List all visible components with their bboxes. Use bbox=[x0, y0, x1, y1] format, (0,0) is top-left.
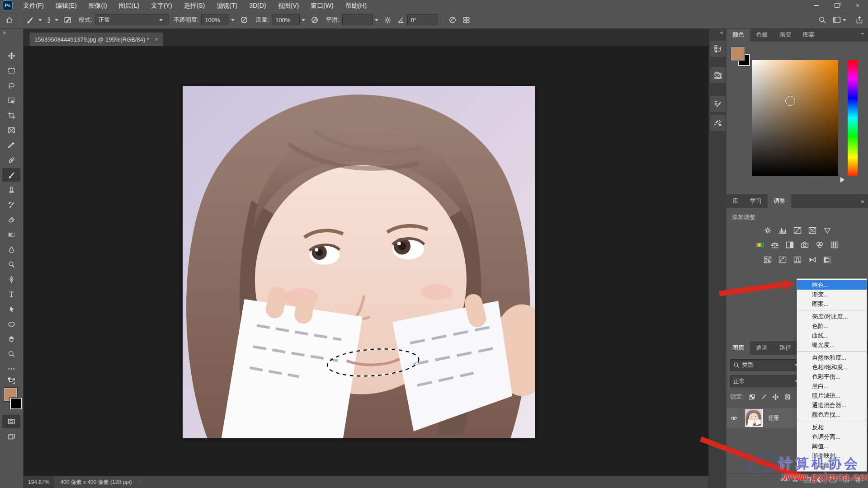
context-menu-item[interactable]: 反相 bbox=[797, 422, 867, 432]
color-marker[interactable] bbox=[785, 96, 795, 106]
context-menu-item[interactable]: 曝光度... bbox=[797, 340, 867, 350]
saturation-brightness-field[interactable] bbox=[752, 60, 838, 176]
status-chevron-icon[interactable]: 〉 bbox=[139, 479, 144, 486]
panel-tab[interactable]: 通道 bbox=[750, 341, 774, 355]
shape-tool[interactable] bbox=[2, 317, 20, 331]
eyedropper-tool[interactable] bbox=[2, 138, 20, 152]
panel-tab[interactable]: 色板 bbox=[750, 28, 774, 42]
threshold-icon[interactable] bbox=[792, 255, 803, 264]
context-menu-item[interactable]: 亮度/对比度... bbox=[797, 312, 867, 321]
curves-icon[interactable] bbox=[792, 226, 803, 235]
brush-angle-input[interactable]: 0° bbox=[407, 14, 438, 25]
eraser-tool[interactable] bbox=[2, 213, 20, 226]
new-group-icon[interactable] bbox=[829, 476, 837, 483]
invert-icon[interactable] bbox=[762, 255, 773, 264]
context-menu-item[interactable]: 可选颜色... bbox=[797, 460, 867, 470]
channel-mixer-icon[interactable] bbox=[814, 240, 825, 249]
panel-tab[interactable]: 库 bbox=[726, 194, 744, 208]
collapse-tools-icon[interactable]: » bbox=[3, 29, 6, 36]
menubar-item[interactable]: 窗口(W) bbox=[305, 0, 340, 11]
gradient-map-icon[interactable] bbox=[807, 255, 818, 264]
panel-tab[interactable]: 图层 bbox=[726, 341, 750, 355]
lasso-tool[interactable] bbox=[2, 79, 20, 92]
brush-settings-panel-icon[interactable] bbox=[710, 96, 726, 112]
context-menu-item[interactable]: 曲线... bbox=[797, 331, 867, 340]
home-icon[interactable] bbox=[5, 16, 13, 24]
background-color-swatch[interactable] bbox=[10, 398, 22, 409]
posterize-icon[interactable] bbox=[777, 255, 788, 264]
panel-tab[interactable]: 颜色 bbox=[726, 28, 750, 42]
lock-artboard-icon[interactable] bbox=[784, 394, 791, 400]
share-icon[interactable] bbox=[855, 16, 863, 24]
levels-icon[interactable] bbox=[777, 226, 788, 235]
context-menu-item[interactable]: 阈值... bbox=[797, 441, 867, 451]
zoom-tool[interactable] bbox=[2, 347, 20, 361]
context-menu-item[interactable]: 渐变映射... bbox=[797, 451, 867, 460]
screen-mode-button[interactable] bbox=[2, 430, 20, 444]
lock-paint-icon[interactable] bbox=[760, 394, 767, 400]
photo-filter-icon[interactable] bbox=[799, 240, 810, 249]
panel-tab[interactable]: 调整 bbox=[768, 194, 791, 208]
panel-menu-icon[interactable]: ≡ bbox=[861, 31, 864, 38]
pressure-size-icon[interactable] bbox=[448, 16, 457, 24]
frame-tool[interactable] bbox=[2, 123, 20, 137]
airbrush-icon[interactable] bbox=[311, 16, 319, 24]
flow-input[interactable]: 100% bbox=[272, 14, 300, 25]
panel-foreground-swatch[interactable] bbox=[731, 47, 745, 61]
gradient-tool[interactable] bbox=[2, 228, 20, 241]
context-menu-item[interactable]: 黑白... bbox=[797, 381, 867, 391]
color-lookup-icon[interactable] bbox=[829, 240, 840, 249]
context-menu-item[interactable]: 色彩平衡... bbox=[797, 372, 867, 381]
menubar-item[interactable]: 编辑(E) bbox=[50, 0, 83, 11]
menubar-item[interactable]: 图层(L) bbox=[113, 0, 145, 11]
layer-visibility-toggle[interactable] bbox=[726, 408, 741, 428]
new-layer-icon[interactable] bbox=[842, 476, 849, 483]
symmetry-butterfly-icon[interactable] bbox=[462, 16, 471, 24]
context-menu-item[interactable]: 色阶... bbox=[797, 321, 867, 331]
brush-tool-preset-icon[interactable] bbox=[26, 16, 34, 24]
chevron-down-icon[interactable] bbox=[231, 19, 235, 21]
layer-filter-select[interactable]: 类型 bbox=[730, 359, 804, 371]
swap-colors-icon[interactable] bbox=[2, 376, 20, 386]
panel-tab[interactable]: 学习 bbox=[744, 194, 768, 208]
menubar-item[interactable]: 滤镜(T) bbox=[211, 0, 243, 11]
history-brush-tool[interactable] bbox=[2, 198, 20, 211]
dodge-tool[interactable] bbox=[2, 258, 20, 271]
menubar-item[interactable]: 文件(F) bbox=[17, 0, 50, 11]
crop-tool[interactable] bbox=[2, 108, 20, 122]
marquee-tool[interactable] bbox=[2, 64, 20, 77]
gear-icon[interactable] bbox=[384, 16, 392, 24]
type-tool[interactable] bbox=[2, 287, 20, 301]
menubar-item[interactable]: 选择(S) bbox=[178, 0, 211, 11]
context-menu-item[interactable]: 色相/饱和度... bbox=[797, 362, 867, 372]
chevron-down-icon[interactable] bbox=[375, 19, 378, 21]
color-balance-icon[interactable] bbox=[769, 240, 780, 249]
context-menu-item[interactable]: 图案... bbox=[797, 299, 867, 309]
add-mask-icon[interactable] bbox=[803, 476, 811, 483]
chevron-down-icon[interactable] bbox=[55, 19, 58, 21]
panel-tab[interactable]: 渐变 bbox=[774, 28, 797, 42]
vibrance-icon[interactable] bbox=[822, 226, 833, 235]
mode-select[interactable]: 正常 bbox=[95, 14, 169, 25]
context-menu-item[interactable]: 通道混合器... bbox=[797, 400, 867, 410]
hue-slider[interactable] bbox=[848, 60, 858, 176]
layer-style-fx-icon[interactable]: fx bbox=[793, 477, 798, 483]
context-menu-item[interactable]: 色调分离... bbox=[797, 432, 867, 441]
menubar-item[interactable]: 帮助(H) bbox=[340, 0, 373, 11]
document-tab[interactable]: 1563950844491379.jpg @ 195%(RGB/8#) * × bbox=[30, 33, 163, 46]
quick-mask-button[interactable] bbox=[2, 415, 20, 428]
hue-saturation-icon[interactable] bbox=[755, 240, 765, 249]
properties-panel-icon[interactable] bbox=[710, 67, 726, 83]
toggle-brush-panel-icon[interactable] bbox=[64, 16, 71, 24]
pen-tool[interactable] bbox=[2, 272, 20, 286]
context-menu-item[interactable]: 渐变... bbox=[797, 290, 867, 299]
lock-position-icon[interactable] bbox=[772, 394, 779, 400]
document-image[interactable] bbox=[183, 86, 535, 438]
tool-presets-panel-icon[interactable] bbox=[710, 115, 726, 131]
context-menu-item[interactable]: 颜色查找... bbox=[797, 410, 867, 419]
move-tool[interactable] bbox=[2, 49, 20, 62]
path-select-tool[interactable] bbox=[2, 302, 20, 316]
search-icon[interactable] bbox=[818, 16, 826, 24]
more-tools-icon[interactable] bbox=[2, 362, 20, 375]
hue-slider-pointer[interactable] bbox=[840, 177, 844, 183]
